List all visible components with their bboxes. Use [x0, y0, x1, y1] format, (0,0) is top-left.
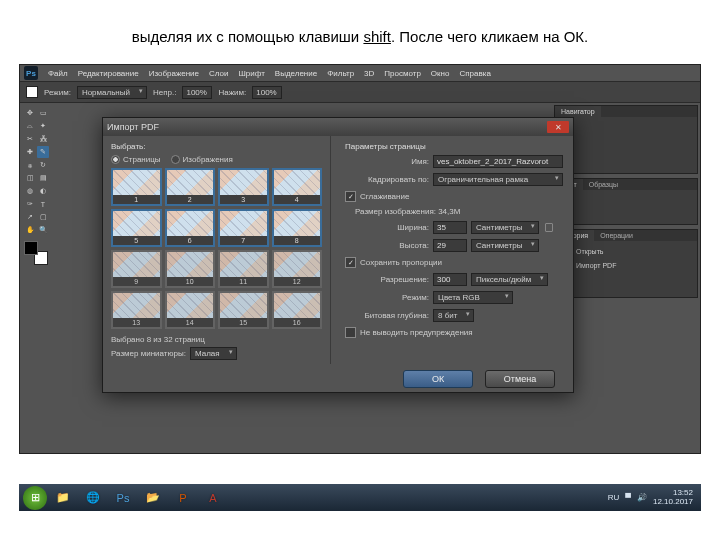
page-thumb[interactable]: [165, 291, 216, 329]
page-thumb[interactable]: [165, 209, 216, 247]
taskbar-acrobat-icon[interactable]: A: [199, 487, 227, 509]
colormode-select[interactable]: Цвета RGB: [433, 291, 513, 304]
page-thumb[interactable]: [218, 291, 269, 329]
ok-button[interactable]: ОК: [403, 370, 473, 388]
page-thumb[interactable]: [111, 291, 162, 329]
hand-tool[interactable]: ✋: [24, 224, 36, 236]
tab-navigator[interactable]: Навигатор: [555, 106, 601, 117]
color-swatches[interactable]: [24, 241, 48, 265]
tab-swatches[interactable]: Образцы: [583, 179, 624, 190]
menu-edit[interactable]: Редактирование: [78, 69, 139, 78]
menu-filter[interactable]: Фильтр: [327, 69, 354, 78]
dodge-tool[interactable]: ◐: [37, 185, 49, 197]
gradient-tool[interactable]: ▤: [37, 172, 49, 184]
move-tool[interactable]: ✥: [24, 107, 36, 119]
tray-network-icon[interactable]: ▀: [625, 493, 631, 502]
name-input[interactable]: ves_oktober_2_2017_Razvorot: [433, 155, 563, 168]
height-unit-select[interactable]: Сантиметры: [471, 239, 539, 252]
right-panels: Навигатор ЦветОбразцы ИсторияОперации От…: [554, 105, 698, 302]
eraser-tool[interactable]: ◫: [24, 172, 36, 184]
page-thumb[interactable]: [272, 209, 323, 247]
history-brush-tool[interactable]: ↻: [37, 159, 49, 171]
opacity-label: Непр.:: [153, 88, 176, 97]
tab-actions[interactable]: Операции: [594, 230, 639, 241]
start-button[interactable]: ⊞: [23, 486, 47, 510]
page-thumb[interactable]: [111, 250, 162, 288]
taskbar-explorer-icon[interactable]: 📁: [49, 487, 77, 509]
marquee-tool[interactable]: ▭: [37, 107, 49, 119]
crop-select[interactable]: Ограничительная рамка: [433, 173, 563, 186]
type-tool[interactable]: T: [37, 198, 49, 210]
page-thumb[interactable]: [272, 250, 323, 288]
page-thumb[interactable]: [218, 209, 269, 247]
tray-clock[interactable]: 13:5212.10.2017: [653, 489, 693, 507]
toolbox: ✥ ▭ ⌓ ✦ ✂ ⁂ ✚ ✎ ⎈ ↻ ◫ ▤ ◍ ◐ ✑ T ↗ ▢ ✋ 🔍: [22, 105, 52, 267]
brush-preview[interactable]: [26, 86, 38, 98]
brush-tool[interactable]: ✎: [37, 146, 49, 158]
page-thumb[interactable]: [218, 250, 269, 288]
menu-bar: Ps Файл Редактирование Изображение Слои …: [20, 65, 700, 81]
page-thumb[interactable]: [272, 168, 323, 206]
cancel-button[interactable]: Отмена: [485, 370, 555, 388]
menu-help[interactable]: Справка: [459, 69, 490, 78]
menu-window[interactable]: Окно: [431, 69, 450, 78]
page-thumb[interactable]: [165, 168, 216, 206]
path-tool[interactable]: ↗: [24, 211, 36, 223]
antialias-checkbox[interactable]: Сглаживание: [345, 191, 409, 202]
link-icon[interactable]: [545, 223, 553, 232]
zoom-tool[interactable]: 🔍: [37, 224, 49, 236]
width-input[interactable]: 35: [433, 221, 467, 234]
color-panel: ЦветОбразцы: [554, 178, 698, 225]
shape-tool[interactable]: ▢: [37, 211, 49, 223]
menu-3d[interactable]: 3D: [364, 69, 374, 78]
taskbar-explorer2-icon[interactable]: 📂: [139, 487, 167, 509]
constrain-checkbox[interactable]: Сохранить пропорции: [345, 257, 442, 268]
mode-select[interactable]: Нормальный: [77, 86, 147, 99]
thumb-size-select[interactable]: Малая: [190, 347, 237, 360]
flow-input[interactable]: 100%: [252, 86, 282, 99]
stamp-tool[interactable]: ⎈: [24, 159, 36, 171]
tray-sound-icon[interactable]: 🔊: [637, 493, 647, 502]
page-thumbnails: [111, 168, 322, 329]
options-bar: Режим: Нормальный Непр.: 100% Нажим: 100…: [20, 81, 700, 103]
radio-pages[interactable]: Страницы: [111, 155, 161, 164]
history-item[interactable]: Импорт PDF: [558, 258, 694, 272]
wand-tool[interactable]: ✦: [37, 120, 49, 132]
radio-images[interactable]: Изображения: [171, 155, 233, 164]
taskbar-powerpoint-icon[interactable]: P: [169, 487, 197, 509]
height-input[interactable]: 29: [433, 239, 467, 252]
mode-label: Режим:: [44, 88, 71, 97]
page-thumb[interactable]: [111, 209, 162, 247]
menu-type[interactable]: Шрифт: [238, 69, 264, 78]
blur-tool[interactable]: ◍: [24, 185, 36, 197]
eyedropper-tool[interactable]: ⁂: [37, 133, 49, 145]
taskbar-chrome-icon[interactable]: 🌐: [79, 487, 107, 509]
resolution-unit-select[interactable]: Пикселы/дюйм: [471, 273, 548, 286]
pen-tool[interactable]: ✑: [24, 198, 36, 210]
lasso-tool[interactable]: ⌓: [24, 120, 36, 132]
tray-lang[interactable]: RU: [608, 493, 620, 502]
menu-view[interactable]: Просмотр: [384, 69, 421, 78]
history-item[interactable]: Открыть: [558, 244, 694, 258]
resolution-input[interactable]: 300: [433, 273, 467, 286]
menu-image[interactable]: Изображение: [149, 69, 199, 78]
select-label: Выбрать:: [111, 142, 322, 151]
suppress-warnings-checkbox[interactable]: Не выводить предупреждения: [345, 327, 473, 338]
menu-select[interactable]: Выделение: [275, 69, 317, 78]
menu-layer[interactable]: Слои: [209, 69, 228, 78]
close-icon[interactable]: ✕: [547, 121, 569, 133]
page-thumb[interactable]: [272, 291, 323, 329]
instruction-caption: выделяя их с помощью клавиши shift. Посл…: [0, 0, 720, 64]
dialog-titlebar[interactable]: Импорт PDF ✕: [103, 118, 573, 136]
menu-file[interactable]: Файл: [48, 69, 68, 78]
width-unit-select[interactable]: Сантиметры: [471, 221, 539, 234]
taskbar-photoshop-icon[interactable]: Ps: [109, 487, 137, 509]
heal-tool[interactable]: ✚: [24, 146, 36, 158]
depth-select[interactable]: 8 бит: [433, 309, 474, 322]
page-thumb[interactable]: [165, 250, 216, 288]
page-thumb[interactable]: [218, 168, 269, 206]
dialog-title: Импорт PDF: [107, 122, 159, 132]
opacity-input[interactable]: 100%: [182, 86, 212, 99]
crop-tool[interactable]: ✂: [24, 133, 36, 145]
page-thumb[interactable]: [111, 168, 162, 206]
